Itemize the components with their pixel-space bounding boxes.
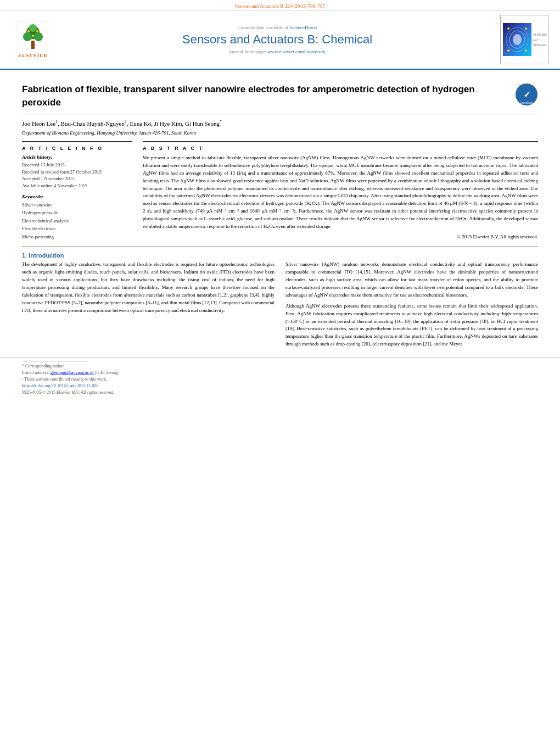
email-label: E-mail address: (22, 370, 49, 375)
email-address: ghseong@hanyang.ac.kr (51, 370, 94, 375)
page: Sensors and Actuators B 224 (2016) 789–7… (0, 0, 560, 742)
history-title: Article history: (22, 154, 132, 160)
intro-col1-para1: The development of highly conductive, tr… (22, 261, 275, 315)
keyword-3: Electrochemical analysis (22, 217, 132, 225)
article-title: Fabrication of flexible, transparent sil… (22, 83, 509, 109)
svg-rect-1 (31, 41, 35, 49)
article-footer: * Corresponding author. E-mail address: … (0, 357, 560, 400)
sensors-logo-image-area (503, 23, 531, 56)
svg-point-3 (23, 32, 32, 41)
footer-issn: 0925-4005/© 2015 Elsevier B.V. All right… (22, 390, 538, 395)
article-info-heading: A R T I C L E I N F O (22, 146, 132, 151)
journal-homepage-line: journal homepage: www.elsevier.com/locat… (55, 49, 500, 54)
sensors-logo-container: SENSORS and AcTuators (500, 15, 548, 64)
article-info-column: A R T I C L E I N F O Article history: R… (22, 141, 132, 241)
footer-equal-contrib: ¹ These authors contributed equally to t… (22, 377, 538, 382)
sensors-and-connector: and (533, 38, 537, 41)
keywords-section: Keywords: Silver nanowire Hydrogen perox… (22, 194, 132, 241)
journal-name-heading: Sensors and Actuators B: Chemical (55, 32, 500, 47)
elsevier-tree-icon (16, 21, 49, 52)
keyword-5: Micro-patterning (22, 233, 132, 241)
sensors-logo-graphic (503, 23, 531, 56)
intro-number: 1. Introduction (22, 252, 538, 259)
homepage-url[interactable]: www.elsevier.com/locate/snb (267, 49, 325, 54)
abstract-paragraph: We present a simple method to fabricate … (143, 154, 538, 231)
article-history: Article history: Received 13 July 2015 R… (22, 154, 132, 189)
article-content: Fabrication of flexible, transparent sil… (0, 70, 560, 357)
sensors-logo-box: SENSORS and AcTuators (500, 15, 549, 64)
footer-email: E-mail address: ghseong@hanyang.ac.kr (G… (22, 370, 538, 375)
crossmark-icon: ✓ CrossMark (515, 83, 538, 106)
journal-citation-text: Sensors and Actuators B 224 (2016) 789–7… (235, 3, 325, 9)
sensors-side-text: SENSORS and AcTuators (533, 32, 547, 47)
actuators-label: AcTuators (533, 43, 547, 47)
svg-point-8 (32, 35, 34, 37)
history-available: Available online 4 November 2015 (22, 182, 132, 189)
keyword-2: Hydrogen peroxide (22, 209, 132, 216)
svg-point-17 (507, 49, 509, 52)
doi-link[interactable]: http://dx.doi.org/10.1016/j.snb.2015.11.… (22, 383, 98, 388)
keywords-title: Keywords: (22, 194, 132, 199)
intro-body-columns: The development of highly conductive, tr… (22, 261, 538, 352)
doi-text: http://dx.doi.org/10.1016/j.snb.2015.11.… (22, 383, 98, 388)
sensors-and-label: SENSORS (533, 33, 547, 36)
copyright-text: © 2015 Elsevier B.V. All rights reserved… (143, 234, 538, 239)
journal-title-center: Contents lists available at ScienceDirec… (55, 25, 500, 54)
intro-col2-para2: Although AgNW electrodes possess these o… (285, 303, 538, 349)
history-received: Received 13 July 2015 (22, 161, 132, 169)
email-link[interactable]: ghseong@hanyang.ac.kr (51, 370, 94, 375)
contents-text: Contents lists available at (238, 25, 288, 30)
sensors-logo-top-row: SENSORS and AcTuators (503, 23, 546, 56)
history-revised: Received in revised form 27 October 2015 (22, 169, 132, 176)
svg-point-16 (525, 27, 527, 30)
sciencedirect-link: Contents lists available at ScienceDirec… (55, 25, 500, 30)
sciencedirect-label: ScienceDirect (289, 25, 317, 30)
svg-point-4 (34, 32, 43, 41)
svg-point-15 (507, 27, 509, 30)
introduction-section: 1. Introduction The development of highl… (22, 252, 538, 352)
footnote-star-label: * Corresponding author. (22, 364, 65, 369)
history-accepted: Accepted 1 November 2015 (22, 175, 132, 182)
svg-point-12 (513, 34, 522, 45)
svg-point-18 (525, 49, 527, 52)
footer-rule (22, 361, 88, 361)
svg-point-5 (29, 24, 37, 32)
sciencedirect-anchor[interactable]: ScienceDirect (289, 25, 317, 30)
svg-text:✓: ✓ (523, 90, 530, 99)
email-person: (G.H. Seong). (95, 370, 120, 375)
svg-point-6 (27, 30, 30, 32)
intro-col2-para1: Silver nanowire (AgNW) random networks d… (285, 261, 538, 299)
elsevier-logo: ELSEVIER (11, 21, 55, 58)
keyword-4: Flexible electrode (22, 225, 132, 232)
keyword-1: Silver nanowire (22, 201, 132, 209)
abstract-heading: A B S T R A C T (143, 146, 538, 151)
authors-line: Joo Heon Lee1, Buu-Chau Huynh-Nguyen1, E… (22, 119, 538, 128)
intro-body-col2: Silver nanowire (AgNW) random networks d… (285, 261, 538, 352)
svg-point-7 (36, 30, 38, 32)
journal-header: ELSEVIER Contents lists available at Sci… (0, 10, 560, 70)
footer-corresponding: * Corresponding author. (22, 364, 538, 369)
section-divider (22, 246, 538, 247)
affiliation-line: Department of Bionano Engineering, Hanya… (22, 130, 538, 136)
article-title-section: Fabrication of flexible, transparent sil… (22, 75, 538, 114)
crossmark-badge: ✓ CrossMark (515, 83, 538, 107)
abstract-column: A B S T R A C T We present a simple meth… (143, 141, 538, 241)
article-info-abstract-section: A R T I C L E I N F O Article history: R… (22, 141, 538, 241)
journal-citation-bar: Sensors and Actuators B 224 (2016) 789–7… (0, 0, 560, 10)
footer-doi: http://dx.doi.org/10.1016/j.snb.2015.11.… (22, 383, 538, 388)
homepage-label: journal homepage: (229, 49, 266, 54)
svg-text:CrossMark: CrossMark (520, 101, 534, 104)
intro-body-col1: The development of highly conductive, tr… (22, 261, 275, 352)
abstract-text: We present a simple method to fabricate … (143, 154, 538, 231)
elsevier-wordmark: ELSEVIER (18, 53, 48, 58)
